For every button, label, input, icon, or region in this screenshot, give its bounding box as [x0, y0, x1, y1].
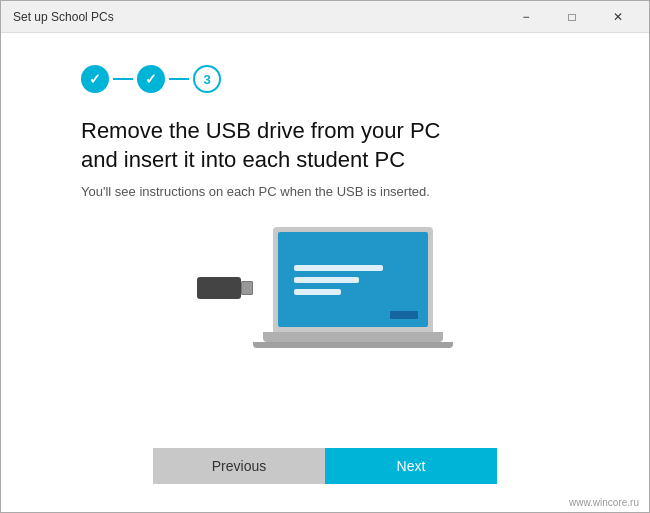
laptop-screen-inner [278, 232, 428, 327]
step-3-number: 3 [203, 72, 210, 87]
step-line-2 [169, 78, 189, 80]
previous-button[interactable]: Previous [153, 448, 325, 484]
minimize-button[interactable]: − [503, 1, 549, 33]
titlebar: Set up School PCs − □ ✕ [1, 1, 649, 33]
screen-line-3 [294, 289, 341, 295]
step-line-1 [113, 78, 133, 80]
screen-button [390, 311, 418, 319]
screen-line-1 [294, 265, 383, 271]
app-title: Set up School PCs [13, 10, 114, 24]
screen-line-2 [294, 277, 359, 283]
maximize-button[interactable]: □ [549, 1, 595, 33]
sub-heading: You'll see instructions on each PC when … [81, 184, 430, 199]
laptop-screen-outer [273, 227, 433, 332]
heading-line2: and insert it into each student PC [81, 147, 405, 172]
step-indicators: ✓ ✓ 3 [81, 65, 221, 93]
window-controls: − □ ✕ [503, 1, 641, 33]
laptop-bottom [253, 342, 453, 348]
watermark: www.wincore.ru [569, 497, 639, 508]
step-2-check: ✓ [145, 71, 157, 87]
laptop-base [263, 332, 443, 342]
step-1-indicator: ✓ [81, 65, 109, 93]
usb-connector [241, 281, 253, 295]
main-heading: Remove the USB drive from your PC and in… [81, 117, 440, 174]
next-button[interactable]: Next [325, 448, 497, 484]
laptop-icon [253, 227, 453, 348]
step-2-indicator: ✓ [137, 65, 165, 93]
heading-line1: Remove the USB drive from your PC [81, 118, 440, 143]
step-3-indicator: 3 [193, 65, 221, 93]
footer-buttons: Previous Next [1, 448, 649, 484]
close-button[interactable]: ✕ [595, 1, 641, 33]
usb-body [197, 277, 241, 299]
step-1-check: ✓ [89, 71, 101, 87]
illustration [81, 227, 569, 348]
main-content: ✓ ✓ 3 Remove the USB drive from your PC … [1, 33, 649, 513]
usb-drive-icon [197, 277, 241, 299]
